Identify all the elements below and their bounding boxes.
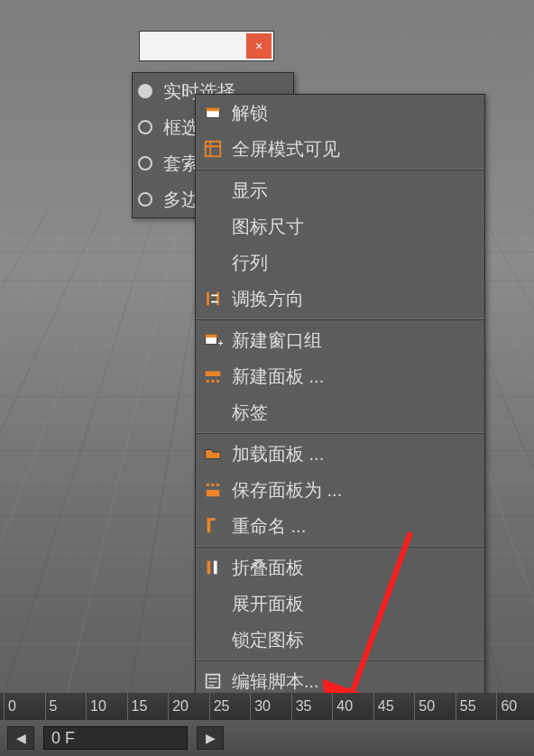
- menu-item-save-panel-as[interactable]: 保存面板为 ...: [196, 472, 484, 508]
- timeline-tick: 35: [291, 693, 333, 720]
- fullscreen-icon: [201, 137, 225, 161]
- radio-icon: [138, 192, 152, 207]
- blank-icon: [201, 215, 225, 238]
- svg-rect-4: [206, 335, 217, 338]
- radio-icon: [138, 120, 152, 134]
- menu-separator: [196, 659, 484, 661]
- menu-item-label: 全屏模式可见: [232, 137, 475, 161]
- timeline-tick: 30: [250, 693, 291, 720]
- menu-item-unlock[interactable]: 解锁: [196, 95, 484, 131]
- svg-point-11: [211, 484, 215, 487]
- swap-dir-icon: [201, 287, 225, 310]
- menu-item-expand[interactable]: 展开面板: [196, 585, 484, 622]
- new-window-icon: +: [201, 328, 225, 352]
- svg-rect-13: [207, 490, 220, 496]
- menu-item-label: 保存面板为 ...: [232, 478, 475, 502]
- close-button[interactable]: ×: [246, 33, 272, 59]
- timeline-tick: 10: [86, 693, 127, 720]
- svg-point-8: [211, 380, 215, 383]
- timeline-tick: 15: [127, 693, 169, 720]
- blank-icon: [201, 251, 225, 274]
- svg-text:+: +: [218, 337, 224, 348]
- menu-item-label: 图标尺寸: [232, 215, 475, 239]
- menu-item-label: 调换方向: [232, 287, 475, 311]
- menu-separator: [196, 169, 484, 171]
- save-panel-icon: [201, 478, 225, 502]
- open-panel-icon: [201, 442, 225, 466]
- svg-point-7: [207, 380, 210, 383]
- blank-icon: [201, 179, 225, 202]
- viewport-3d[interactable]: × 实时选择 框选 套索 多边 解锁: [0, 0, 534, 756]
- menu-item-new-panel[interactable]: 新建面板 ...: [196, 358, 484, 394]
- blank-icon: [201, 628, 225, 651]
- menu-item-rows-cols[interactable]: 行列: [196, 244, 484, 281]
- current-frame-field[interactable]: 0 F: [43, 726, 188, 750]
- menu-item-label: 新建面板 ...: [232, 364, 475, 389]
- menu-item-label: 重命名 ...: [232, 514, 475, 539]
- panel-context-menu: 解锁 全屏模式可见 显示 图标尺寸 行列 调换方向: [195, 94, 485, 756]
- svg-rect-14: [207, 561, 211, 575]
- menu-item-label: 显示: [232, 179, 475, 203]
- menu-item-rename[interactable]: 重命名 ...: [196, 508, 484, 544]
- menu-item-labels[interactable]: 标签: [196, 394, 484, 430]
- status-bar: ◀ 0 F ▶: [0, 720, 534, 756]
- menu-item-label: 加载面板 ...: [232, 442, 475, 466]
- menu-item-fullscreen[interactable]: 全屏模式可见: [196, 131, 484, 167]
- menu-item-collapse[interactable]: 折叠面板: [196, 549, 484, 585]
- radio-icon: [138, 84, 152, 98]
- timeline-tick: 5: [45, 693, 87, 720]
- menu-separator: [196, 318, 484, 320]
- edit-script-icon: [201, 669, 225, 693]
- timeline-tick: 45: [373, 693, 415, 720]
- new-panel-icon: [201, 364, 225, 388]
- svg-rect-1: [207, 108, 220, 112]
- menu-item-label: 折叠面板: [232, 556, 475, 580]
- menu-item-label: 新建窗口组: [232, 328, 475, 353]
- menu-item-label: 标签: [232, 401, 475, 425]
- unlock-icon: [201, 101, 225, 124]
- blank-icon: [201, 592, 225, 615]
- timeline-tick: 20: [168, 693, 209, 720]
- timeline-tick: 55: [456, 693, 497, 720]
- menu-item-icon-size[interactable]: 图标尺寸: [196, 208, 484, 244]
- menu-separator: [196, 546, 484, 548]
- timeline-tick: 25: [209, 693, 251, 720]
- collapse-icon: [201, 556, 225, 579]
- menu-item-swap-dir[interactable]: 调换方向: [196, 281, 484, 317]
- menu-item-new-window-group[interactable]: + 新建窗口组: [196, 322, 484, 358]
- menu-item-display[interactable]: 显示: [196, 172, 484, 208]
- svg-point-12: [216, 484, 220, 487]
- timeline-tick: 40: [332, 693, 373, 720]
- timeline-ruler[interactable]: 0 5 10 15 20 25 30 35 40 45 50 55 60: [0, 693, 534, 720]
- menu-item-label: 行列: [232, 251, 475, 275]
- menu-item-label: 锁定图标: [232, 628, 475, 652]
- svg-point-9: [216, 380, 220, 383]
- svg-rect-6: [206, 372, 221, 377]
- blank-icon: [201, 401, 225, 424]
- menu-item-label: 解锁: [232, 101, 475, 125]
- prev-frame-button[interactable]: ◀: [7, 726, 34, 750]
- timeline-tick: 0: [4, 693, 45, 720]
- menu-item-lock-icons[interactable]: 锁定图标: [196, 622, 484, 658]
- svg-rect-15: [214, 561, 217, 575]
- timeline-tick: 50: [414, 693, 456, 720]
- floating-panel[interactable]: ×: [139, 31, 274, 61]
- radio-icon: [138, 156, 152, 171]
- menu-item-label: 展开面板: [232, 592, 475, 616]
- menu-separator: [196, 432, 484, 434]
- rename-icon: [201, 514, 225, 538]
- svg-point-10: [207, 484, 210, 487]
- menu-item-load-panel[interactable]: 加载面板 ...: [196, 436, 484, 472]
- svg-rect-2: [206, 142, 221, 157]
- menu-item-label: 编辑脚本...: [232, 669, 475, 694]
- next-frame-button[interactable]: ▶: [197, 726, 224, 750]
- timeline-tick: 60: [496, 693, 534, 720]
